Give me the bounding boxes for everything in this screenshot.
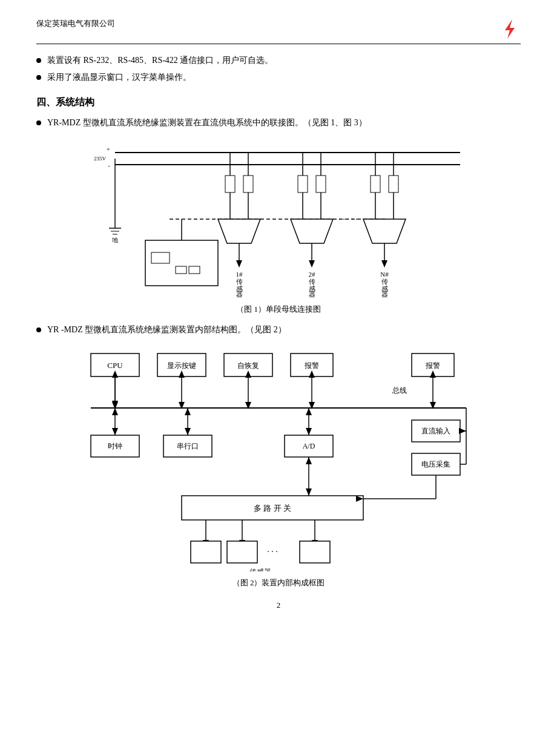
header: 保定英瑞电气有限公司 [36, 18, 521, 44]
svg-text:器: 器 [236, 291, 243, 298]
svg-rect-16 [189, 266, 200, 274]
bullet-dot-4 [36, 327, 41, 332]
diagram2-svg: CPU 显示按键 自恢复 报警 报警 总线 [73, 341, 484, 571]
svg-text:· · · · ·: · · · · · [338, 215, 358, 224]
diagram1-container: + 235V - 地 [36, 134, 521, 300]
bullet-text-2: 采用了液晶显示窗口，汉字菜单操作。 [47, 72, 191, 83]
page-number: 2 [36, 600, 521, 610]
svg-rect-21 [243, 176, 253, 192]
diagram2-container: CPU 显示按键 自恢复 报警 报警 总线 [36, 341, 521, 574]
svg-text:传: 传 [381, 278, 388, 285]
svg-rect-47 [389, 176, 398, 192]
svg-text:串行口: 串行口 [177, 442, 199, 450]
svg-text:地: 地 [111, 237, 118, 243]
svg-text:总线: 总线 [392, 386, 407, 395]
company-name: 保定英瑞电气有限公司 [36, 18, 115, 29]
company-logo [499, 18, 521, 40]
page: 保定英瑞电气有限公司 装置设有 RS-232、RS-485、RS-422 通信接… [0, 0, 557, 756]
svg-marker-39 [309, 260, 315, 268]
svg-rect-14 [151, 252, 170, 263]
svg-marker-110 [306, 408, 312, 415]
svg-text:235V: 235V [94, 156, 107, 162]
bullet-item-4: YR -MDZ 型微机直流系统绝缘监测装置内部结构图。（见图 2） [36, 324, 521, 335]
svg-marker-52 [381, 260, 387, 268]
svg-marker-95 [459, 428, 466, 434]
bullet-dot-2 [36, 75, 41, 80]
svg-text:显示按键: 显示按键 [167, 361, 196, 370]
svg-marker-99 [112, 428, 118, 435]
svg-text:A/D: A/D [303, 442, 315, 450]
bullet-item-1: 装置设有 RS-232、RS-485、RS-422 通信接口，用户可自选。 [36, 55, 521, 66]
bullet-dot-1 [36, 58, 41, 63]
svg-text:报警: 报警 [425, 361, 440, 370]
bullet-text-3: YR-MDZ 型微机直流系统绝缘监测装置在直流供电系统中的联接图。（见图 1、图… [47, 117, 367, 128]
svg-text:器: 器 [381, 291, 388, 298]
svg-text:电压采集: 电压采集 [421, 460, 450, 468]
svg-text:· · ·: · · · [267, 547, 278, 556]
svg-text:传: 传 [236, 278, 243, 285]
svg-marker-109 [306, 428, 312, 435]
svg-text:自恢复: 自恢复 [237, 361, 259, 370]
svg-rect-15 [176, 266, 186, 274]
svg-text:-: - [108, 162, 110, 169]
svg-text:器: 器 [309, 291, 315, 298]
svg-text:2#: 2# [309, 271, 316, 278]
svg-text:传感器: 传感器 [249, 568, 271, 571]
svg-text:CPU: CPU [107, 361, 123, 370]
svg-rect-46 [371, 176, 380, 192]
svg-rect-20 [225, 176, 235, 192]
svg-rect-34 [316, 176, 326, 192]
svg-marker-116 [306, 457, 312, 464]
svg-marker-50 [363, 219, 406, 243]
svg-marker-115 [306, 488, 312, 496]
svg-rect-33 [298, 176, 308, 192]
svg-marker-24 [218, 219, 260, 243]
svg-rect-127 [300, 541, 330, 563]
svg-text:1#: 1# [236, 271, 243, 278]
bullet-item-2: 采用了液晶显示窗口，汉字菜单操作。 [36, 72, 521, 83]
svg-rect-126 [227, 541, 257, 563]
diagram1-caption: （图 1）单段母线连接图 [36, 304, 521, 315]
svg-marker-100 [112, 408, 118, 415]
svg-marker-37 [291, 219, 333, 243]
svg-text:多 路 开 关: 多 路 开 关 [254, 504, 291, 513]
svg-marker-105 [185, 408, 191, 415]
section-title-4: 四、系统结构 [36, 96, 521, 109]
svg-text:报警: 报警 [304, 361, 319, 370]
bullet-text-4: YR -MDZ 型微机直流系统绝缘监测装置内部结构图。（见图 2） [47, 324, 286, 335]
diagram1-svg: + 235V - 地 [73, 134, 484, 298]
svg-marker-26 [236, 260, 242, 268]
svg-text:时钟: 时钟 [108, 442, 122, 450]
svg-text:N#: N# [380, 271, 389, 278]
svg-marker-104 [185, 428, 191, 435]
svg-text:+: + [107, 145, 110, 153]
bullet-item-3: YR-MDZ 型微机直流系统绝缘监测装置在直流供电系统中的联接图。（见图 1、图… [36, 117, 521, 128]
svg-text:直流输入: 直流输入 [421, 427, 450, 435]
bullet-text-1: 装置设有 RS-232、RS-485、RS-422 通信接口，用户可自选。 [47, 55, 273, 66]
bullet-dot-3 [36, 120, 41, 125]
diagram2-caption: （图 2）装置内部构成框图 [36, 577, 521, 588]
svg-text:传: 传 [309, 278, 315, 285]
svg-rect-125 [191, 541, 221, 563]
